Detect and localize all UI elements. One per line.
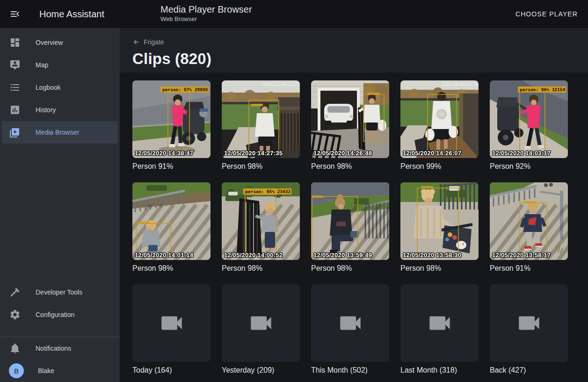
app-root: { "app_bar": { "app_title": "Home Assist… (0, 0, 588, 382)
clip-label: Person 98% (222, 264, 300, 273)
history-chart-icon (9, 104, 21, 115)
folder-thumbnail (222, 284, 300, 362)
clip-card[interactable]: person: 96% 32154 12/05/2020 14:03:17 Pe… (490, 80, 568, 171)
content-header: Frigate Clips (820) (120, 28, 588, 72)
clip-image (490, 182, 568, 260)
clip-thumbnail: 12/05/2020 14:01:14 (132, 182, 211, 260)
detection-banner: person: 95% 23432 (243, 188, 291, 195)
clip-timestamp-overlay: 12/05/2020 14:27:35 (224, 150, 283, 157)
clip-thumbnail: person: 97% 29988 12/05/2020 14:38:47 (132, 80, 211, 158)
gear-icon (9, 309, 21, 320)
clip-timestamp-overlay: 12/05/2020 13:59:49 (313, 252, 372, 259)
clip-image (311, 80, 389, 158)
arrow-left-icon (132, 38, 140, 46)
clip-card[interactable]: 12/05/2020 14:01:14 Person 98% (132, 182, 211, 273)
clip-timestamp-overlay: 12/05/2020 14:26:07 (403, 150, 461, 157)
folder-thumbnail (400, 284, 479, 362)
breadcrumb-label: Frigate (144, 38, 164, 46)
clip-label: Person 99% (400, 162, 479, 171)
clip-thumbnail: 2020-12-05 15:27:35 12/05/2020 14:27:35 (222, 80, 300, 158)
sidebar-item-logbook[interactable]: Logbook (2, 76, 118, 99)
clip-image (400, 182, 479, 260)
clip-label: Person 91% (132, 162, 211, 171)
sidebar-item-overview[interactable]: Overview (2, 31, 118, 54)
clip-card[interactable]: 2020-12-05 15:27:35 12/05/2020 14:27:35 … (222, 80, 300, 171)
sidebar-item-label: Overview (36, 39, 63, 46)
choose-player-button[interactable]: CHOOSE PLAYER (512, 7, 581, 22)
svg-text:person: 97% 29988: person: 97% 29988 (162, 87, 208, 92)
folder-card[interactable]: Back (427) (490, 284, 568, 375)
video-camera-icon (426, 310, 453, 337)
page-subtitle: Web Browser (160, 15, 252, 22)
clip-timestamp-overlay: 12/05/2020 14:26:48 (313, 150, 372, 157)
sidebar-item-history[interactable]: History (2, 99, 118, 121)
hammer-icon (9, 287, 21, 298)
clip-timestamp-overlay: 12/05/2020 13:58:17 (492, 252, 551, 259)
svg-text:person: 96% 32154: person: 96% 32154 (520, 87, 566, 92)
sidebar-item-developer-tools[interactable]: Developer Tools (2, 281, 118, 303)
clip-card[interactable]: 12/05/2020 13:58:30 Person 98% (400, 182, 479, 273)
sidebar-menu-toggle-icon[interactable] (9, 8, 21, 20)
clip-label: Person 98% (132, 264, 211, 273)
folder-label: This Month (502) (311, 366, 389, 375)
page-heading: Clips (820) (132, 50, 588, 68)
clip-timestamp-overlay: 12/05/2020 14:01:14 (135, 252, 193, 259)
clip-thumbnail: 12/05/2020 14:26:48 (311, 80, 389, 158)
clip-card[interactable]: 12/05/2020 13:59:49 Person 98% (311, 182, 389, 273)
user-avatar: B (9, 363, 24, 378)
sidebar-item-label: History (36, 106, 56, 114)
sidebar-spacer (0, 144, 120, 281)
clip-timestamp-overlay: 12/05/2020 14:38:47 (135, 150, 193, 157)
clips-grid: person: 97% 29988 12/05/2020 14:38:47 Pe… (120, 72, 588, 375)
sidebar-item-label: Map (36, 61, 48, 69)
sidebar-item-map[interactable]: Map (2, 54, 118, 76)
sidebar: Overview Map Logbook History Media Brows… (0, 28, 120, 382)
dashboard-icon (9, 37, 21, 48)
folder-label: Yesterday (209) (222, 366, 300, 375)
folder-thumbnail (490, 284, 568, 362)
sidebar-item-media-browser[interactable]: Media Browser (2, 121, 118, 144)
clip-card[interactable]: 2020-12-05 15:26:06 12/05/2020 14:26:07 … (400, 80, 479, 171)
folder-card[interactable]: This Month (502) (311, 284, 389, 375)
clip-thumbnail: 12/05/2020 13:58:17 (490, 182, 568, 260)
clip-card[interactable]: 12/05/2020 14:26:48 Person 98% (311, 80, 389, 171)
clip-image (311, 182, 389, 260)
folder-card[interactable]: Today (164) (132, 284, 211, 375)
page-title: Media Player Browser (160, 4, 252, 15)
clip-label: Person 91% (490, 264, 568, 273)
sidebar-item-label: Developer Tools (36, 288, 82, 296)
app-bar: Home Assistant Media Player Browser Web … (0, 0, 588, 28)
folder-label: Back (427) (490, 366, 568, 375)
sidebar-item-label: Blake (38, 367, 54, 375)
clip-label: Person 98% (311, 162, 389, 171)
video-camera-icon (337, 310, 364, 337)
video-camera-icon (158, 310, 185, 337)
sidebar-item-configuration[interactable]: Configuration (2, 303, 118, 326)
folder-card[interactable]: Last Month (318) (400, 284, 479, 375)
logbook-list-icon (9, 82, 21, 93)
sidebar-item-user-profile[interactable]: B Blake (2, 360, 118, 382)
folder-card[interactable]: Yesterday (209) (222, 284, 300, 375)
map-person-icon (9, 59, 21, 71)
clip-timestamp-overlay: 12/05/2020 14:03:17 (492, 150, 551, 157)
clip-card[interactable]: 12/05/2020 13:58:17 Person 91% (490, 182, 568, 273)
clip-image: person: 96% 32154 (490, 80, 568, 158)
main-content: Frigate Clips (820) person: 97% 29988 12… (120, 28, 588, 382)
clip-card[interactable]: person: 95% 23432 12/05/2020 14:00:52 Pe… (222, 182, 300, 273)
folder-label: Last Month (318) (400, 366, 479, 375)
sidebar-item-notifications[interactable]: Notifications (2, 337, 118, 360)
breadcrumb-back[interactable]: Frigate (132, 37, 164, 47)
clip-label: Person 92% (490, 162, 568, 171)
video-camera-icon (515, 310, 543, 337)
sidebar-item-label: Media Browser (36, 129, 79, 136)
clip-card[interactable]: person: 97% 29988 12/05/2020 14:38:47 Pe… (132, 80, 211, 171)
camera-osd-text: 2020-12-05 15:27:35 (262, 82, 300, 87)
page-title-block: Media Player Browser Web Browser (160, 4, 252, 22)
bell-icon (9, 343, 21, 354)
clip-label: Person 98% (311, 264, 389, 273)
clip-image: person: 95% 23432 (222, 182, 300, 260)
clip-image (132, 182, 211, 260)
clip-image: person: 97% 29988 (132, 80, 211, 158)
clip-thumbnail: person: 96% 32154 12/05/2020 14:03:17 (490, 80, 568, 158)
clip-timestamp-overlay: 12/05/2020 13:58:30 (403, 252, 461, 259)
